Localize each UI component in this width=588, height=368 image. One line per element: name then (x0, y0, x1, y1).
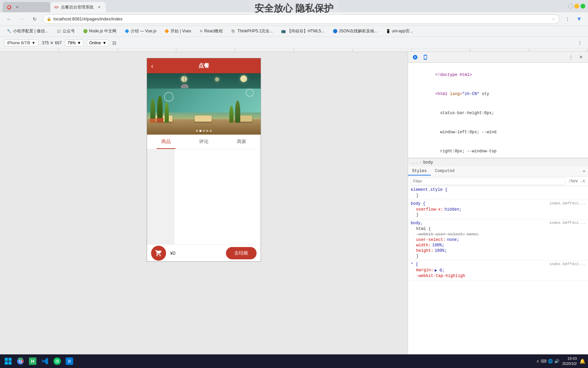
size-display: 375 ✕ 667 (42, 41, 62, 45)
title-bar: ⭕ ✕ 🍽 点餐后台管理系统 ✕ (0, 0, 588, 12)
zoom-dropdown-icon: ▼ (77, 41, 81, 45)
extensions-button[interactable]: ⋮ (563, 14, 572, 24)
devtools-close-button[interactable]: ✕ (576, 53, 585, 62)
tab-active[interactable]: 🍽 点餐后台管理系统 ✕ (50, 2, 106, 12)
tab-close-active[interactable]: ✕ (96, 4, 102, 10)
cart-button[interactable] (151, 246, 166, 261)
notification-icon[interactable]: 🔔 (579, 358, 585, 364)
forward-button[interactable]: → (17, 14, 27, 24)
tab-merchant[interactable]: 商家 (223, 135, 261, 149)
tray-network-icon[interactable]: 🌐 (548, 359, 553, 364)
prop-webkit-user-select: -webkit-user-select: none; (411, 232, 585, 237)
cart-icon (155, 249, 162, 257)
bookmark-icon-react: ⚛ (199, 29, 203, 33)
pot-1 (150, 119, 156, 123)
window-minimize-btn[interactable] (574, 4, 579, 9)
more-options-button[interactable]: ⋮ (576, 39, 584, 47)
tray-up-icon[interactable]: ∧ (536, 359, 539, 364)
device-selector[interactable]: iPhone 6/7/8 ▼ (4, 40, 38, 46)
styles-panel: Styles Computed » :hov .c element.style … (408, 166, 588, 354)
bookmark-star-icon[interactable]: ☆ (552, 16, 556, 21)
dot-3 (203, 130, 205, 132)
wechat-icon: 微 (53, 357, 61, 365)
lock-icon: 🔒 (47, 17, 51, 21)
breadcrumb-body[interactable]: body (423, 160, 433, 165)
window-close-btn[interactable] (568, 4, 573, 9)
orientation-icon[interactable]: ⊟ (112, 40, 116, 46)
bookmark-label-html5: 【尚硅谷】HTML5... (287, 28, 324, 34)
address-text: localhost:8081/#/pages/index/index (53, 16, 550, 21)
style-rule-body-html: body, index.b0ff4c2... html { -webkit-us… (408, 219, 588, 261)
taskbar-file-manager[interactable]: H (27, 356, 38, 367)
zoom-selector[interactable]: 79% ▼ (65, 40, 83, 46)
plant-5 (229, 106, 233, 123)
plant-3 (165, 102, 169, 123)
devtools-more-button[interactable]: ⋮ (566, 53, 575, 62)
bookmark-label-json: JSON在线解析及格... (339, 28, 378, 34)
tab-goods[interactable]: 商品 (147, 135, 185, 149)
network-selector[interactable]: Online ▼ (87, 40, 109, 46)
devtools-panel: ⋮ ✕ <!doctype html> <html lang="zh-CN" s… (408, 52, 588, 354)
bookmark-thinkphp[interactable]: 🐘 ThinkPHP5.1完全... (228, 28, 276, 35)
checkout-button[interactable]: 去结账 (226, 247, 257, 259)
styles-tab-more[interactable]: » (580, 168, 588, 175)
bookmark-html5[interactable]: 📺 【尚硅谷】HTML5... (278, 28, 327, 35)
carousel-dots (196, 130, 212, 132)
element-inspector-button[interactable] (411, 53, 420, 62)
bookmark-react[interactable]: ⚛ React教程 (197, 28, 226, 35)
pseudo-filter[interactable]: :hov .c (568, 179, 585, 184)
address-bar-row: ← → ↻ 🔒 localhost:8081/#/pages/index/ind… (0, 12, 588, 26)
tab-goods-label: 商品 (161, 139, 171, 144)
styles-tab-styles[interactable]: Styles (408, 167, 431, 175)
bookmark-icon-html5: 📺 (281, 29, 286, 33)
tray-keyboard-icon[interactable]: ⌨ (541, 359, 546, 364)
profile-button[interactable]: ▼ (574, 14, 584, 24)
bookmark-nodejs[interactable]: 🟢 Node.js 中文网 (80, 28, 119, 35)
light-1 (181, 76, 187, 82)
taskbar-vscode[interactable] (39, 356, 50, 367)
window-controls (568, 4, 585, 9)
bookmark-vuejs[interactable]: 🔷 介绍 — Vue.js (122, 28, 159, 35)
bookmark-icon-gzh: 📰 (56, 29, 61, 33)
html-line-right: right:0px; --window-top (408, 142, 588, 158)
address-bar[interactable]: 🔒 localhost:8081/#/pages/index/index ☆ (43, 14, 559, 24)
svg-point-7 (19, 360, 21, 362)
bookmark-label-gzh: 公众号 (63, 28, 75, 34)
taskbar-chrome[interactable] (15, 356, 26, 367)
bookmark-gzh[interactable]: 📰 公众号 (54, 28, 78, 35)
bookmark-label-nodejs: Node.js 中文网 (89, 28, 116, 34)
svg-rect-2 (5, 362, 8, 365)
bookmark-json[interactable]: 🔵 JSON在线解析及格... (330, 28, 380, 35)
taskbar-other-app[interactable]: D (64, 356, 75, 367)
tray-volume-icon[interactable]: 🔊 (554, 359, 559, 364)
prop-height: height: 100%; (411, 248, 585, 254)
product-list (174, 149, 261, 245)
window-maximize-btn[interactable] (581, 4, 585, 9)
bookmark-label-thinkphp: ThinkPHP5.1完全... (237, 28, 273, 34)
dot-2 (199, 130, 201, 132)
bookmark-wechat[interactable]: 🔧 小程序配置 | 微信... (4, 28, 51, 35)
bookmarks-bar: 🔧 小程序配置 | 微信... 📰 公众号 🟢 Node.js 中文网 🔷 介绍… (0, 26, 588, 37)
taskbar-wechat-devtools[interactable]: 微 (52, 356, 63, 367)
start-button[interactable] (3, 356, 14, 367)
tab-inactive[interactable]: ⭕ ✕ (3, 2, 50, 12)
bookmark-icon-vuex: 🔶 (164, 29, 169, 33)
viewport-area: ‹ 点餐 (0, 52, 408, 354)
html-panel[interactable]: <!doctype html> <html lang="zh-CN" sty s… (408, 63, 588, 158)
tab-label-active: 点餐后台管理系统 (61, 4, 94, 10)
filter-input[interactable] (411, 178, 566, 185)
bookmark-uniapp[interactable]: 📱 uni-app官... (383, 28, 416, 35)
tab-reviews[interactable]: 评论 (185, 135, 223, 149)
reload-button[interactable]: ↻ (30, 14, 39, 24)
restaurant-image (147, 73, 261, 135)
tab-close-inactive[interactable]: ✕ (14, 4, 20, 10)
dot-1 (196, 130, 198, 132)
back-icon[interactable]: ‹ (151, 62, 153, 70)
bookmark-vuex[interactable]: 🔶 开始 | Vuex (162, 28, 194, 35)
restaurant-scene (147, 73, 261, 135)
styles-tab-computed[interactable]: Computed (431, 167, 459, 175)
element-style-closing: } (411, 193, 585, 198)
back-button[interactable]: ← (4, 14, 14, 24)
device-toggle-button[interactable] (421, 53, 430, 62)
time-display: 19:43 (562, 356, 577, 361)
